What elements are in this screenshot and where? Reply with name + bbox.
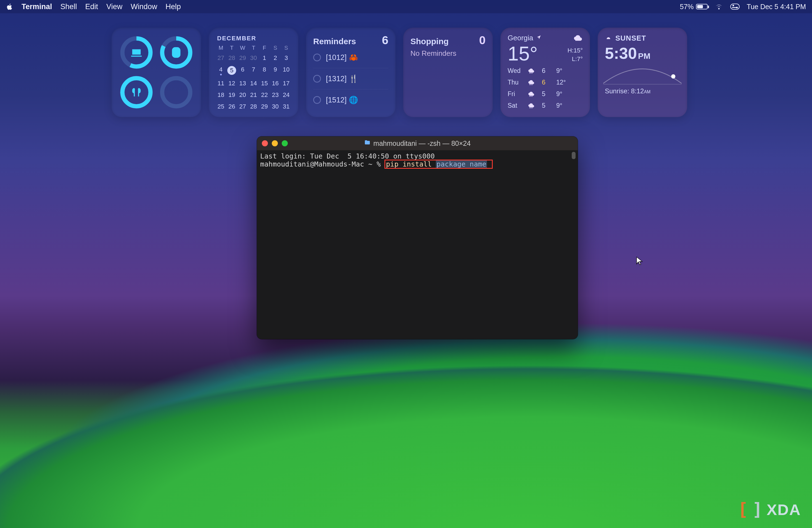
battery-ring-case: [159, 35, 193, 69]
forecast-low: 6: [542, 67, 554, 75]
charging-bolt-icon: [119, 89, 125, 97]
terminal-command: pip install: [386, 160, 436, 168]
battery-ring-airpods: [120, 75, 153, 109]
menu-edit[interactable]: Edit: [85, 2, 98, 11]
reminders-widget[interactable]: Reminders 6 [1012] 🦀[1312] 🍴[1512] 🌐: [306, 28, 395, 117]
control-center-icon[interactable]: [730, 4, 740, 10]
sunset-icon: [605, 34, 612, 43]
svg-point-10: [162, 78, 190, 106]
calendar-day[interactable]: 22: [260, 90, 269, 100]
battery-percent: 57%: [680, 3, 694, 11]
calendar-day[interactable]: 11: [216, 79, 226, 88]
calendar-day[interactable]: 6: [238, 65, 247, 76]
mouse-cursor-icon: [635, 256, 643, 266]
calendar-day[interactable]: 27: [238, 102, 247, 111]
calendar-day[interactable]: 1: [260, 53, 269, 63]
calendar-day[interactable]: 26: [227, 102, 236, 111]
battery-icon: [696, 4, 708, 10]
forecast-high: 9°: [556, 102, 568, 109]
forecast-row: Fri59°: [508, 88, 583, 100]
clock-title: SUNSET: [615, 34, 646, 43]
reminder-checkbox[interactable]: [313, 96, 321, 104]
calendar-weekday: F: [260, 45, 269, 51]
shopping-widget[interactable]: Shopping 0 No Reminders: [403, 28, 493, 117]
calendar-day[interactable]: 28: [249, 102, 258, 111]
menu-shell[interactable]: Shell: [60, 2, 77, 11]
case-icon: [159, 35, 193, 69]
calendar-weekday: W: [238, 45, 247, 51]
location-arrow-icon: [535, 34, 541, 42]
calendar-day[interactable]: 17: [281, 79, 291, 88]
forecast-row: Thu612°: [508, 77, 583, 88]
clock-widget[interactable]: SUNSET 5:30PM Sunrise: 8:12AM: [598, 28, 687, 117]
calendar-day[interactable]: 20: [238, 90, 247, 100]
terminal-window[interactable]: mahmouditani — -zsh — 80×24 Last login: …: [257, 136, 578, 339]
calendar-weekday: M: [216, 45, 226, 51]
calendar-widget[interactable]: DECEMBER MTWTFSS272829301234567891011121…: [209, 28, 298, 117]
forecast-low: 5: [542, 90, 554, 98]
calendar-day[interactable]: 4: [216, 65, 226, 76]
clock-ampm: PM: [638, 52, 650, 60]
reminder-checkbox[interactable]: [313, 54, 321, 61]
menu-window[interactable]: Window: [131, 2, 157, 11]
calendar-day[interactable]: 30: [271, 102, 280, 111]
sunrise-ampm: AM: [644, 89, 650, 94]
forecast-icon: [527, 101, 540, 110]
calendar-day[interactable]: 7: [249, 65, 258, 76]
apple-menu-icon[interactable]: [6, 3, 13, 10]
menubar-clock[interactable]: Tue Dec 5 4:41 PM: [747, 3, 806, 11]
calendar-day[interactable]: 2: [271, 53, 280, 63]
menubar: Terminal Shell Edit View Window Help 57%…: [0, 0, 812, 13]
batteries-widget[interactable]: [112, 28, 201, 117]
calendar-day[interactable]: 5: [227, 65, 236, 76]
calendar-weekday: S: [281, 45, 291, 51]
menubar-battery[interactable]: 57%: [680, 3, 708, 11]
calendar-day-prev: 30: [249, 53, 258, 63]
calendar-day[interactable]: 14: [249, 79, 258, 88]
reminder-item[interactable]: [1512] 🌐: [313, 89, 388, 111]
calendar-day[interactable]: 29: [260, 102, 269, 111]
terminal-body[interactable]: Last login: Tue Dec 5 16:40:50 on ttys00…: [257, 150, 578, 171]
forecast-high: 9°: [556, 67, 568, 75]
weather-forecast: Wed69°Thu612°Fri59°Sat59°: [508, 65, 583, 112]
menubar-app-name[interactable]: Terminal: [21, 2, 52, 11]
calendar-day[interactable]: 15: [260, 79, 269, 88]
reminder-item[interactable]: [1312] 🍴: [313, 68, 388, 89]
weather-widget[interactable]: Georgia 15° H:15° L:7° Wed69°Thu612°Fri5…: [501, 28, 590, 117]
forecast-day: Sat: [508, 102, 525, 109]
forecast-low: 6: [542, 79, 554, 86]
calendar-day[interactable]: 19: [227, 90, 236, 100]
sunrise-time: 8:12: [631, 87, 644, 95]
calendar-day[interactable]: 25: [216, 102, 226, 111]
calendar-day[interactable]: 23: [271, 90, 280, 100]
folder-icon: [364, 139, 371, 147]
forecast-icon: [527, 67, 540, 75]
terminal-scrollbar[interactable]: [571, 152, 576, 337]
forecast-icon: [527, 90, 540, 99]
forecast-day: Wed: [508, 67, 525, 75]
calendar-day-prev: 28: [227, 53, 236, 63]
calendar-day[interactable]: 12: [227, 79, 236, 88]
calendar-day[interactable]: 8: [260, 65, 269, 76]
calendar-day[interactable]: 21: [249, 90, 258, 100]
forecast-day: Fri: [508, 90, 525, 98]
calendar-day[interactable]: 10: [281, 65, 291, 76]
reminder-item[interactable]: [1012] 🦀: [313, 47, 388, 68]
calendar-day[interactable]: 13: [238, 79, 247, 88]
terminal-titlebar[interactable]: mahmouditani — -zsh — 80×24: [257, 136, 578, 150]
calendar-day[interactable]: 9: [271, 65, 280, 76]
menu-help[interactable]: Help: [165, 2, 181, 11]
calendar-day[interactable]: 3: [281, 53, 291, 63]
weather-location: Georgia: [508, 34, 533, 42]
forecast-icon: [527, 78, 540, 87]
calendar-day[interactable]: 31: [281, 102, 291, 111]
menu-view[interactable]: View: [106, 2, 122, 11]
calendar-day[interactable]: 24: [281, 90, 291, 100]
calendar-day[interactable]: 18: [216, 90, 226, 100]
xda-watermark: [] XDA: [738, 499, 801, 520]
reminders-title: Reminders: [313, 37, 356, 46]
reminder-checkbox[interactable]: [313, 75, 321, 83]
calendar-day[interactable]: 16: [271, 79, 280, 88]
wifi-icon[interactable]: [715, 2, 723, 11]
laptop-icon: [120, 35, 153, 69]
